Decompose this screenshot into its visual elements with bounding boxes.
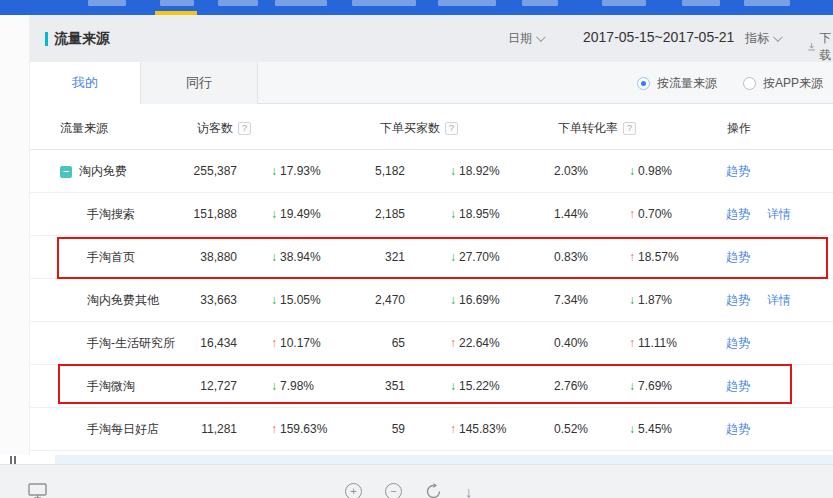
tab-bar: 我的 同行 按流量来源 按APP来源 xyxy=(30,62,833,104)
col-header-source: 流量来源 xyxy=(60,120,108,137)
nav-item-fragment[interactable] xyxy=(438,0,496,6)
trend-arrow-icon: ↓ xyxy=(271,250,277,264)
conversion-change: ↓7.69% xyxy=(629,365,672,408)
action-link-trend[interactable]: 趋势 xyxy=(726,422,750,436)
table-row[interactable]: −淘内免费 255,387 ↓17.93% 5,182 ↓18.92% 2.03… xyxy=(30,150,833,193)
action-link-trend[interactable]: 趋势 xyxy=(726,250,750,264)
help-icon[interactable]: ? xyxy=(623,122,636,135)
trend-arrow-icon: ↑ xyxy=(629,250,635,264)
buyers-value: 2,470 xyxy=(330,279,405,322)
monitor-icon[interactable] xyxy=(28,483,47,498)
source-name: −手淘首页 xyxy=(87,236,135,279)
row-actions: 趋势 xyxy=(726,150,767,193)
nav-item-fragment[interactable] xyxy=(744,0,790,6)
view-mode-radio-group: 按流量来源 按APP来源 xyxy=(637,62,823,104)
conversion-value: 7.34% xyxy=(514,279,588,322)
download-image-icon[interactable]: ↓ xyxy=(465,483,473,498)
table-row[interactable]: −手淘微淘 12,727 ↓7.98% 351 ↓15.22% 2.76% ↓7… xyxy=(30,365,833,408)
trend-arrow-icon: ↓ xyxy=(450,293,456,307)
download-button[interactable]: 下载 xyxy=(808,30,833,64)
rotate-icon[interactable] xyxy=(425,483,442,498)
action-link-trend[interactable]: 趋势 xyxy=(726,164,750,178)
page: 流量来源 日期 2017-05-15~2017-05-21 指标 下载 我的 同… xyxy=(0,0,833,498)
col-header-buyers: 下单买家数 ? xyxy=(380,120,458,137)
nav-item-fragment[interactable] xyxy=(682,0,720,6)
action-link-trend[interactable]: 趋势 xyxy=(726,293,750,307)
table-row[interactable]: −手淘-生活研究所 16,434 ↑10.17% 65 ↑22.64% 0.40… xyxy=(30,322,833,365)
buyers-change: ↑22.64% xyxy=(450,322,500,365)
trend-arrow-icon: ↓ xyxy=(271,379,277,393)
source-name: −淘内免费 xyxy=(60,150,127,193)
image-viewer-toolbar: + − ↓ xyxy=(0,464,833,498)
conversion-change: ↓1.87% xyxy=(629,279,672,322)
table-header: 流量来源 访客数 ? 下单买家数 ? 下单转化率 ? 操作 xyxy=(30,104,833,150)
source-name: −手淘微淘 xyxy=(87,365,135,408)
radio-by-app-source[interactable]: 按APP来源 xyxy=(743,75,823,92)
tab-peers[interactable]: 同行 xyxy=(140,62,258,104)
nav-item-fragment[interactable] xyxy=(522,0,558,6)
action-link-trend[interactable]: 趋势 xyxy=(726,379,750,393)
col-header-actions: 操作 xyxy=(727,120,751,137)
page-title-wrap: 流量来源 xyxy=(45,30,110,48)
help-icon[interactable]: ? xyxy=(238,122,251,135)
zoom-out-icon[interactable]: − xyxy=(385,483,402,498)
action-link-trend[interactable]: 趋势 xyxy=(726,207,750,221)
trend-arrow-icon: ↑ xyxy=(629,336,635,350)
row-actions: 趋势 xyxy=(726,236,767,279)
table-row[interactable]: −淘内免费其他 33,663 ↓15.05% 2,470 ↓16.69% 7.3… xyxy=(30,279,833,322)
trend-arrow-icon: ↑ xyxy=(271,422,277,436)
table-row[interactable]: −手淘每日好店 11,281 ↑159.63% 59 ↑145.83% 0.52… xyxy=(30,408,833,451)
nav-item-fragment[interactable] xyxy=(352,0,416,6)
nav-item-fragment[interactable] xyxy=(275,0,327,6)
action-link-detail[interactable]: 详情 xyxy=(767,207,791,221)
visitors-value: 38,880 xyxy=(150,236,237,279)
buyers-change: ↓18.95% xyxy=(450,193,500,236)
collapse-icon[interactable]: − xyxy=(60,166,72,178)
nav-item-fragment[interactable] xyxy=(160,0,194,6)
radio-by-traffic-source[interactable]: 按流量来源 xyxy=(637,75,717,92)
tab-mine[interactable]: 我的 xyxy=(30,62,140,105)
source-name: −手淘每日好店 xyxy=(87,408,159,451)
visitors-value: 151,888 xyxy=(150,193,237,236)
conversion-value: 1.44% xyxy=(514,193,588,236)
conversion-change: ↑0.70% xyxy=(629,193,672,236)
visitors-change: ↓7.98% xyxy=(271,365,314,408)
zoom-in-icon[interactable]: + xyxy=(345,483,362,498)
page-title: 流量来源 xyxy=(54,30,110,48)
buyers-change: ↓27.70% xyxy=(450,236,500,279)
conversion-value: 2.76% xyxy=(514,365,588,408)
visitors-value: 11,281 xyxy=(150,408,237,451)
col-header-conversion: 下单转化率 ? xyxy=(558,120,636,137)
visitors-value: 33,663 xyxy=(150,279,237,322)
traffic-source-panel: 流量来源 日期 2017-05-15~2017-05-21 指标 下载 我的 同… xyxy=(30,15,833,455)
trend-arrow-icon: ↓ xyxy=(271,293,277,307)
table-row[interactable]: −手淘首页 38,880 ↓38.94% 321 ↓27.70% 0.83% ↑… xyxy=(30,236,833,279)
visitors-change: ↑10.17% xyxy=(271,322,321,365)
metric-dropdown[interactable]: 指标 xyxy=(745,30,780,47)
trend-arrow-icon: ↓ xyxy=(450,250,456,264)
trend-arrow-icon: ↓ xyxy=(629,379,635,393)
action-link-detail[interactable]: 详情 xyxy=(767,293,791,307)
row-actions: 趋势 xyxy=(726,408,767,451)
nav-item-fragment[interactable] xyxy=(88,0,126,6)
chevron-down-icon xyxy=(773,32,783,42)
buyers-change: ↓15.22% xyxy=(450,365,500,408)
date-range-value[interactable]: 2017-05-15~2017-05-21 xyxy=(583,29,734,45)
action-link-trend[interactable]: 趋势 xyxy=(726,336,750,350)
buyers-change: ↑145.83% xyxy=(450,408,506,451)
date-dropdown[interactable]: 日期 xyxy=(508,30,543,47)
row-actions: 趋势 xyxy=(726,365,767,408)
visitors-value: 255,387 xyxy=(150,150,237,193)
panel-header: 流量来源 日期 2017-05-15~2017-05-21 指标 下载 xyxy=(30,15,833,62)
trend-arrow-icon: ↑ xyxy=(271,336,277,350)
visitors-change: ↓17.93% xyxy=(271,150,321,193)
trend-arrow-icon: ↓ xyxy=(450,379,456,393)
nav-item-fragment[interactable] xyxy=(218,0,258,6)
source-name: −手淘搜索 xyxy=(87,193,135,236)
trend-arrow-icon: ↓ xyxy=(629,293,635,307)
help-icon[interactable]: ? xyxy=(445,122,458,135)
row-actions: 趋势 xyxy=(726,322,767,365)
table-row[interactable]: −手淘搜索 151,888 ↓19.49% 2,185 ↓18.95% 1.44… xyxy=(30,193,833,236)
nav-item-fragment[interactable] xyxy=(602,0,646,6)
trend-arrow-icon: ↓ xyxy=(450,164,456,178)
